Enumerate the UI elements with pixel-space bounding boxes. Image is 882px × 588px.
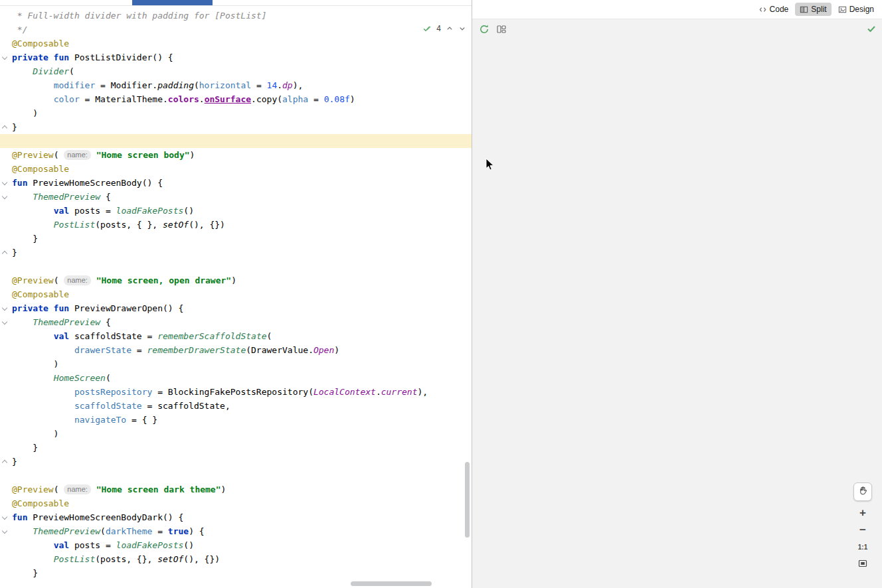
code-line[interactable]: @Preview( name: "Home screen dark theme"…	[0, 482, 472, 496]
prev-problem-button[interactable]	[446, 25, 454, 33]
active-tab-indicator	[132, 0, 213, 5]
code-line[interactable]: PostList(posts, { }, setOf(), {})	[0, 218, 472, 232]
code-editor[interactable]: * Full-width divider with padding for [P…	[0, 0, 472, 588]
fold-region-icon[interactable]	[2, 194, 8, 200]
code-line[interactable]: )	[0, 427, 472, 441]
zoom-actual-size-button[interactable]: 1:1	[858, 542, 867, 553]
split-icon	[800, 5, 808, 14]
zoom-in-button[interactable]: +	[859, 507, 866, 518]
code-line[interactable]: @Composable	[0, 287, 472, 301]
code-line[interactable]: @Composable	[0, 162, 472, 176]
inspections-ok-icon	[422, 24, 432, 33]
code-line[interactable]: val scaffoldState = rememberScaffoldStat…	[0, 329, 472, 343]
code-line[interactable]: Divider(	[0, 64, 472, 78]
zoom-out-button[interactable]: −	[859, 524, 866, 536]
fold-region-icon[interactable]	[2, 528, 8, 534]
mode-design-button[interactable]: Design	[834, 3, 879, 16]
code-line[interactable]: @Composable	[0, 37, 472, 50]
next-problem-button[interactable]	[458, 25, 466, 33]
code-line[interactable]: @Preview( name: "Home screen body")	[0, 148, 472, 162]
code-line[interactable]: * Full-width divider with padding for [P…	[0, 9, 472, 23]
code-line[interactable]: }	[0, 232, 472, 246]
tab-strip-border	[0, 5, 472, 6]
code-line[interactable]: drawerState = rememberDrawerState(Drawer…	[0, 343, 472, 357]
code-lines: * Full-width divider with padding for [P…	[0, 9, 472, 580]
code-line[interactable]: val posts = loadFakePosts()	[0, 538, 472, 552]
mode-split-button[interactable]: Split	[795, 3, 831, 16]
hand-icon	[858, 486, 868, 498]
code-line[interactable]	[0, 259, 472, 273]
code-line[interactable]: ThemedPreview {	[0, 315, 472, 329]
code-line[interactable]: }	[0, 455, 472, 469]
fold-region-icon[interactable]	[2, 514, 8, 520]
horizontal-scrollbar[interactable]	[351, 581, 432, 586]
code-line[interactable]: postsRepository = BlockingFakePostsRepos…	[0, 385, 472, 399]
preview-up-to-date-icon	[866, 23, 877, 37]
code-line[interactable]: ThemedPreview(darkTheme = true) {	[0, 524, 472, 538]
fold-region-icon[interactable]	[2, 250, 8, 256]
code-line[interactable]: navigateTo = { }	[0, 413, 472, 427]
preview-toolbar	[472, 19, 882, 38]
zoom-to-fit-icon	[858, 559, 867, 571]
code-line[interactable]: }	[0, 566, 472, 580]
code-line[interactable]: modifier = Modifier.padding(horizontal =…	[0, 78, 472, 92]
fold-region-icon[interactable]	[2, 124, 8, 130]
code-line[interactable]: }	[0, 441, 472, 455]
mode-code-button[interactable]: Code	[754, 3, 794, 16]
code-line[interactable]: HomeScreen(	[0, 371, 472, 385]
code-line[interactable]: private fun PreviewDrawerOpen() {	[0, 301, 472, 315]
code-line[interactable]: @Preview( name: "Home screen, open drawe…	[0, 273, 472, 287]
pan-button[interactable]	[853, 482, 872, 501]
code-line[interactable]: @Composable	[0, 496, 472, 510]
code-line[interactable]: private fun PostListDivider() {	[0, 50, 472, 64]
code-line[interactable]: ThemedPreview {	[0, 190, 472, 204]
code-line[interactable]: scaffoldState = scaffoldState,	[0, 399, 472, 413]
code-line[interactable]: fun PreviewHomeScreenBodyDark() {	[0, 510, 472, 524]
inspections-count: 4	[436, 24, 441, 33]
fold-region-icon[interactable]	[2, 319, 8, 325]
code-line[interactable]: fun PreviewHomeScreenBody() {	[0, 176, 472, 190]
editor-mode-bar: Code Split Design	[472, 0, 882, 19]
code-line[interactable]: }	[0, 246, 472, 259]
build-refresh-button[interactable]	[479, 24, 489, 35]
code-line[interactable]: val posts = loadFakePosts()	[0, 204, 472, 218]
zoom-to-fit-button[interactable]	[858, 559, 867, 570]
code-line[interactable]	[0, 134, 472, 148]
fold-region-icon[interactable]	[2, 54, 8, 60]
mode-split-label: Split	[811, 5, 826, 14]
code-line[interactable]: )	[0, 106, 472, 120]
fold-region-icon[interactable]	[2, 305, 8, 311]
compose-preview-pane: Code Split Design Home screen body	[472, 0, 882, 588]
code-line[interactable]: color = MaterialTheme.colors.onSurface.c…	[0, 92, 472, 106]
fold-region-icon[interactable]	[2, 459, 8, 465]
code-line[interactable]: )	[0, 357, 472, 371]
code-line[interactable]: */	[0, 23, 472, 37]
view-options-button[interactable]	[496, 24, 507, 35]
zoom-controls: + − 1:1	[853, 482, 873, 570]
vertical-scrollbar[interactable]	[465, 462, 470, 538]
code-icon	[758, 5, 767, 14]
code-line[interactable]: PostList(posts, {}, setOf(), {})	[0, 552, 472, 566]
fold-region-icon[interactable]	[2, 180, 8, 186]
inspections-widget[interactable]: 4	[422, 24, 466, 33]
mode-design-label: Design	[849, 5, 874, 14]
code-line[interactable]	[0, 469, 472, 482]
design-icon	[838, 5, 847, 14]
code-line[interactable]: }	[0, 120, 472, 134]
mode-code-label: Code	[770, 5, 789, 14]
